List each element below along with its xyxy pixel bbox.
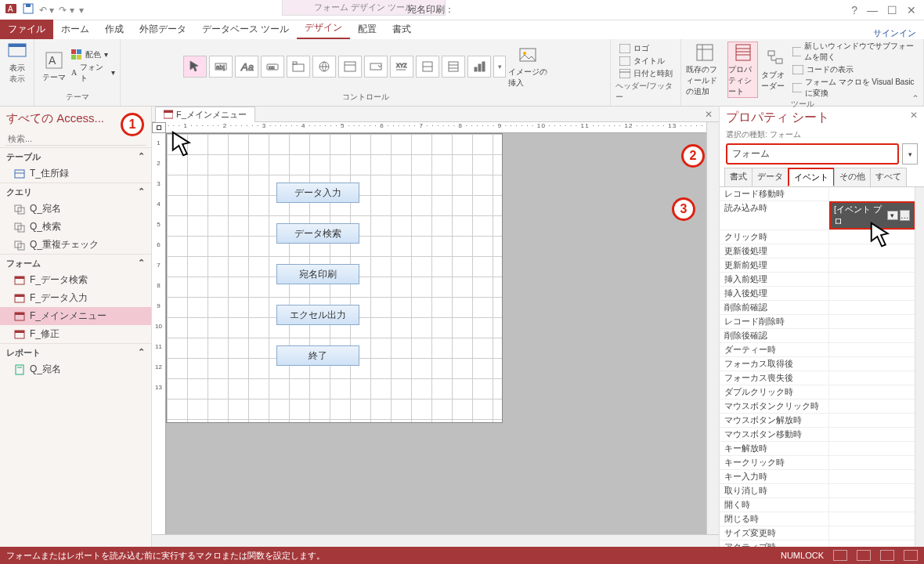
property-value[interactable] (829, 244, 915, 258)
close-icon[interactable]: ✕ (907, 4, 916, 16)
property-value[interactable] (829, 414, 915, 427)
minimize-icon[interactable]: — (867, 4, 878, 16)
view-form-icon[interactable] (833, 550, 847, 561)
form-button[interactable]: 終了 (276, 345, 359, 366)
property-value[interactable] (829, 498, 915, 512)
property-value[interactable] (829, 357, 915, 371)
nav-item-query[interactable]: Q_重複チェック (0, 236, 151, 254)
view-button[interactable]: 表示 (2, 41, 33, 74)
property-row[interactable]: キー入力時 (720, 470, 915, 484)
property-row[interactable]: 開く時 (720, 498, 915, 512)
property-value[interactable] (829, 512, 915, 526)
tab-home[interactable]: ホーム (53, 20, 97, 39)
form-button[interactable]: 宛名印刷 (276, 264, 359, 284)
list-tool[interactable] (442, 56, 465, 78)
tools-convertmacro[interactable]: フォーム マクロを Visual Basic に変換 (792, 77, 919, 99)
textbox-tool[interactable]: ab| (209, 56, 233, 78)
property-row[interactable]: 読み込み時[イベント プロ▾… (720, 201, 915, 230)
property-row[interactable]: 更新後処理 (720, 244, 915, 258)
tab-file[interactable]: ファイル (0, 20, 53, 39)
property-row[interactable]: 更新前処理 (720, 258, 915, 273)
property-value[interactable] (829, 526, 915, 540)
line-tool[interactable] (416, 56, 439, 78)
property-value[interactable] (829, 442, 915, 455)
property-value[interactable]: [イベント プロ▾… (829, 201, 915, 230)
nav-item-form[interactable]: F_データ入力 (0, 289, 151, 307)
property-row[interactable]: フォーカス取得後 (720, 357, 915, 371)
prop-tab-format[interactable]: 書式 (724, 168, 753, 186)
label-tool[interactable]: Aa (235, 56, 258, 78)
view-datasheet-icon[interactable] (857, 550, 871, 561)
property-value[interactable] (829, 470, 915, 483)
qat-more-icon[interactable]: ▾ (79, 5, 84, 16)
add-field-button[interactable]: 既存のフィールドの追加 (686, 42, 724, 97)
property-row[interactable]: 挿入後処理 (720, 287, 915, 301)
property-value[interactable] (829, 187, 915, 201)
property-row[interactable]: 削除後確認 (720, 329, 915, 343)
property-value[interactable] (829, 456, 915, 469)
document-tab[interactable]: F_メインメニュー (155, 107, 255, 122)
theme-button[interactable]: A テーマ (39, 50, 68, 83)
nav-item-report[interactable]: Q_宛名 (0, 360, 151, 378)
hf-date[interactable]: 日付と時刻 (619, 68, 673, 79)
tools-viewcode[interactable]: コードの表示 (792, 64, 919, 75)
property-row[interactable]: マウスボタン移動時 (720, 428, 915, 442)
tab-external[interactable]: 外部データ (132, 20, 194, 39)
prop-tab-data[interactable]: データ (752, 168, 789, 186)
combo-tool[interactable] (364, 56, 388, 78)
nav-item-form[interactable]: F_修正 (0, 325, 151, 343)
builder-icon[interactable]: … (900, 210, 910, 221)
collapse-ribbon-icon[interactable]: ⌃ (911, 93, 919, 104)
maximize-icon[interactable]: ☐ (887, 4, 897, 16)
prop-tab-other[interactable]: その他 (834, 168, 871, 186)
view-design-icon[interactable] (904, 550, 918, 561)
property-grid[interactable]: レコード移動時読み込み時[イベント プロ▾…クリック時更新後処理更新前処理挿入前… (720, 187, 915, 547)
nav-item-query[interactable]: Q_検索 (0, 218, 151, 236)
property-value[interactable] (829, 400, 915, 413)
view-layout-icon[interactable] (880, 550, 894, 561)
property-row[interactable]: 閉じる時 (720, 512, 915, 526)
property-row[interactable]: レコード削除時 (720, 315, 915, 329)
hf-logo[interactable]: ロゴ (619, 43, 673, 54)
nav-group-queries[interactable]: クエリ⌃ (0, 183, 151, 200)
nav-group-forms[interactable]: フォーム⌃ (0, 254, 151, 271)
insert-image-button[interactable]: イメージの挿入 (508, 45, 547, 89)
tab-design[interactable]: デザイン (297, 18, 350, 39)
redo-icon[interactable]: ↷ ▾ (59, 5, 74, 16)
property-value[interactable] (829, 329, 915, 342)
form-button[interactable]: データ検索 (276, 223, 359, 244)
close-doc-icon[interactable]: ✕ (698, 109, 719, 120)
property-row[interactable]: レコード移動時 (720, 187, 915, 201)
tab-arrange[interactable]: 配置 (350, 20, 384, 39)
nav-item-form-selected[interactable]: F_メインメニュー (0, 307, 151, 325)
chevron-down-icon[interactable]: ▾ (887, 211, 897, 220)
property-value[interactable] (829, 385, 915, 399)
form-button[interactable]: エクセル出力 (276, 305, 359, 325)
save-icon[interactable] (22, 2, 34, 17)
property-value[interactable] (829, 287, 915, 300)
property-row[interactable]: マウスボタンクリック時 (720, 400, 915, 414)
link-tool[interactable] (312, 56, 336, 78)
undo-icon[interactable]: ↶ ▾ (39, 5, 54, 16)
property-value[interactable] (829, 428, 915, 441)
property-value[interactable] (829, 343, 915, 356)
tab-order-button[interactable]: タブオーダー (761, 48, 789, 92)
nav-group-reports[interactable]: レポート⌃ (0, 343, 151, 360)
nav-item-table[interactable]: T_住所録 (0, 164, 151, 183)
help-icon[interactable]: ? (851, 4, 857, 16)
nav-item-query[interactable]: Q_宛名 (0, 200, 151, 218)
more-tools[interactable]: ▾ (493, 56, 506, 78)
nav-group-tables[interactable]: テーブル⌃ (0, 147, 151, 164)
form-button[interactable]: データ入力 (276, 183, 359, 203)
prop-scrollbar[interactable] (915, 187, 924, 547)
design-grid[interactable]: データ入力 データ検索 宛名印刷 エクセル出力 終了 (166, 133, 503, 423)
scrollbar-horizontal[interactable] (152, 534, 719, 547)
property-row[interactable]: 取り消し時 (720, 484, 915, 498)
selection-combo[interactable]: フォーム (726, 143, 899, 164)
property-row[interactable]: サイズ変更時 (720, 526, 915, 540)
property-row[interactable]: フォーカス喪失後 (720, 371, 915, 385)
nav-tool[interactable] (338, 56, 362, 78)
prop-tab-all[interactable]: すべて (870, 168, 907, 186)
tab-tool[interactable] (287, 56, 310, 78)
property-value[interactable] (829, 258, 915, 272)
